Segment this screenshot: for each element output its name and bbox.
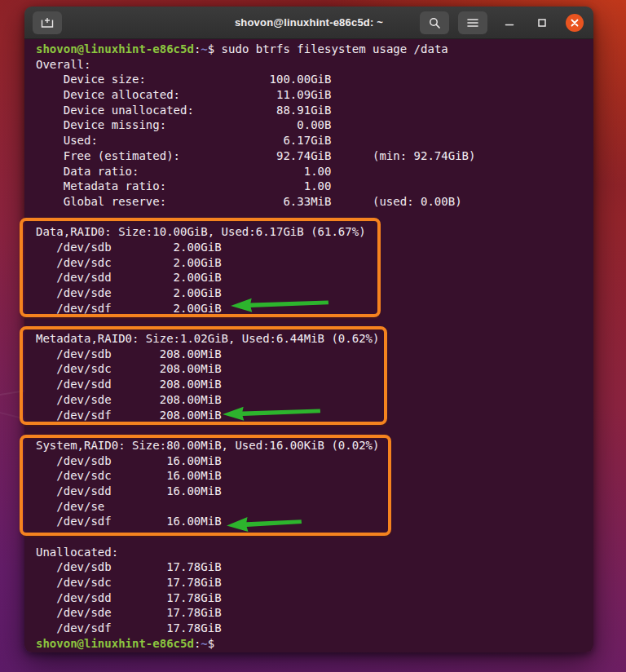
search-icon [428,16,441,29]
blank-line [36,210,593,225]
titlebar: shovon@linuxhint-e86c5d: ~ [24,7,593,39]
section-header: Data,RAID0: Size:10.00GiB, Used:6.17GiB … [36,224,593,240]
prompt-line: shovon@linuxhint-e86c5d:~$ [36,636,593,652]
overall-row: Device allocated: 11.09GiB [36,87,593,103]
blank-line [36,422,593,438]
section-header: System,RAID0: Size:80.00MiB, Used:16.00K… [36,438,593,453]
device-row: /dev/sdb 208.00MiB [36,347,593,362]
blank-line [36,529,593,545]
device-row: /dev/sdb 2.00GiB [36,240,593,255]
device-row: /dev/sdb 16.00MiB [36,453,593,469]
device-row: /dev/sdf 17.78GiB [36,621,593,636]
maximize-icon [537,18,547,28]
overall-row: Used: 6.17GiB [36,133,593,148]
new-tab-icon [40,16,55,29]
device-row: /dev/sdb 17.78GiB [36,559,593,575]
blank-line [36,316,593,331]
device-row: /dev/sdf 16.00MiB [36,514,593,529]
device-row: /dev/sdf 2.00GiB [36,301,593,316]
device-row: /dev/sdc 16.00MiB [36,468,593,484]
device-row: /dev/sdd 16.00MiB [36,484,593,499]
section-header: Unallocated: [36,545,593,560]
terminal-window: shovon@linuxhint-e86c5d: ~ [24,7,593,652]
device-row: /dev/sdf 208.00MiB [36,408,593,423]
device-row: /dev/sde 17.78GiB [36,605,593,621]
close-icon [571,19,579,27]
device-row: /dev/sde 208.00MiB [36,392,593,408]
minimize-icon [505,18,514,28]
overall-heading: Overall: [36,57,593,73]
terminal-screen[interactable]: shovon@linuxhint-e86c5d:~$ sudo btrfs fi… [24,39,593,652]
device-row: /dev/se [36,499,593,515]
overall-row: Global reserve: 6.33MiB (used: 0.00B) [36,194,593,210]
close-button[interactable] [566,14,584,32]
overall-row: Device missing: 0.00B [36,117,593,133]
overall-row: Device size: 100.00GiB [36,72,593,87]
overall-row: Data ratio: 1.00 [36,164,593,179]
device-row: /dev/sdd 2.00GiB [36,270,593,285]
menu-button[interactable] [458,11,487,34]
device-row: /dev/sdc 2.00GiB [36,255,593,271]
overall-row: Device unallocated: 88.91GiB [36,103,593,118]
device-row: /dev/sdc 17.78GiB [36,575,593,590]
prompt-command-line: shovon@linuxhint-e86c5d:~$ sudo btrfs fi… [36,42,593,57]
device-row: /dev/sdc 208.00MiB [36,361,593,377]
menu-icon [467,18,478,28]
maximize-button[interactable] [531,12,553,33]
section-header: Metadata,RAID0: Size:1.02GiB, Used:6.44M… [36,331,593,347]
titlebar-controls [411,11,585,34]
overall-row: Free (estimated): 92.74GiB (min: 92.74Gi… [36,148,593,164]
overall-row: Metadata ratio: 1.00 [36,179,593,194]
device-row: /dev/sde 2.00GiB [36,285,593,301]
device-row: /dev/sdd 17.78GiB [36,590,593,606]
search-button[interactable] [420,11,449,34]
device-row: /dev/sdd 208.00MiB [36,377,593,392]
minimize-button[interactable] [499,12,520,33]
new-tab-button[interactable] [33,11,62,34]
